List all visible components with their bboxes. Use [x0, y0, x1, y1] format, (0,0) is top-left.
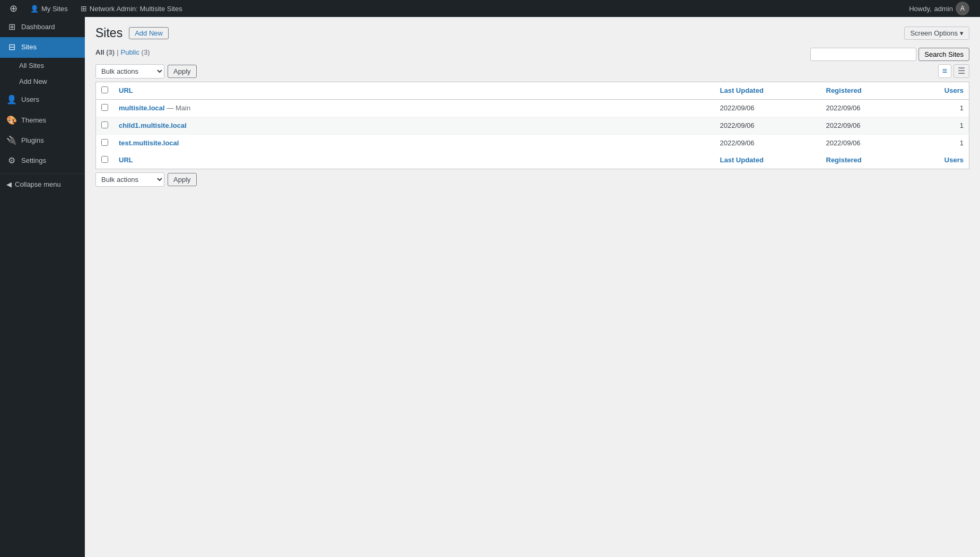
tablenav-right: ≡ ☰: [938, 64, 969, 78]
sidebar-item-dashboard[interactable]: ⊞ Dashboard: [0, 17, 85, 37]
apply-button-top[interactable]: Apply: [168, 65, 197, 78]
registered-footer-header[interactable]: Registered: [821, 152, 927, 169]
wp-logo-icon: ⊕: [10, 3, 18, 14]
row-checkbox-cell[interactable]: [96, 134, 114, 152]
last-updated-sort-link[interactable]: Last Updated: [720, 86, 764, 94]
excerpt-view-button[interactable]: ☰: [953, 64, 969, 78]
screen-options-area: Screen Options ▾: [904, 27, 969, 40]
table-footer: URL Last Updated Registered Users: [96, 152, 969, 169]
filter-all[interactable]: All (3): [95, 48, 115, 56]
avatar: A: [956, 2, 969, 15]
bulk-actions-select-bottom[interactable]: Bulk actions: [95, 172, 164, 187]
last-updated-value: 2022/09/06: [720, 104, 755, 112]
row-checkbox[interactable]: [101, 104, 108, 111]
collapse-icon: ◀: [6, 180, 12, 188]
url-column-header[interactable]: URL: [113, 82, 715, 99]
row-last-updated-cell: 2022/09/06: [715, 99, 821, 117]
filter-nav: All (3) | Public (3): [95, 48, 150, 56]
username-label: admin: [934, 5, 953, 13]
url-footer-label: URL: [119, 156, 133, 164]
sites-table: URL Last Updated Registered Users: [95, 82, 969, 169]
users-footer-header[interactable]: Users: [927, 152, 969, 169]
site-url-link[interactable]: test.multisite.local: [119, 139, 179, 147]
sidebar: ⊞ Dashboard ⊟ Sites All Sites Add New 👤 …: [0, 17, 85, 557]
select-all-footer-checkbox[interactable]: [101, 156, 108, 163]
filter-public[interactable]: Public (3): [121, 48, 150, 56]
registered-value: 2022/09/06: [826, 104, 861, 112]
registered-footer-sort-link[interactable]: Registered: [826, 156, 862, 164]
sidebar-item-settings-label: Settings: [21, 156, 46, 166]
search-input[interactable]: [810, 48, 916, 61]
wp-logo-button[interactable]: ⊕: [4, 0, 23, 17]
apply-button-bottom[interactable]: Apply: [168, 173, 197, 186]
screen-options-chevron-icon: ▾: [960, 29, 964, 37]
sidebar-item-add-new[interactable]: Add New: [0, 74, 85, 90]
row-checkbox-cell[interactable]: [96, 99, 114, 117]
excerpt-view-icon: ☰: [958, 66, 965, 75]
row-checkbox[interactable]: [101, 121, 108, 128]
bottom-tablenav: Bulk actions Apply: [95, 172, 969, 187]
row-last-updated-cell: 2022/09/06: [715, 134, 821, 152]
last-updated-value: 2022/09/06: [720, 121, 755, 129]
users-column-header[interactable]: Users: [927, 82, 969, 99]
dashboard-icon: ⊞: [6, 21, 17, 33]
filter-public-link[interactable]: Public (3): [121, 48, 150, 56]
network-admin-label: Network Admin: Multisite Sites: [90, 5, 182, 13]
sidebar-item-users-label: Users: [21, 95, 39, 105]
sidebar-item-themes-label: Themes: [21, 116, 46, 125]
sites-table-body: multisite.local — Main 2022/09/06 2022/0…: [96, 99, 969, 152]
registered-value: 2022/09/06: [826, 139, 861, 147]
site-url-link[interactable]: child1.multisite.local: [119, 121, 187, 129]
bulk-actions-select-top[interactable]: Bulk actions: [95, 64, 164, 79]
registered-sort-link[interactable]: Registered: [826, 86, 862, 94]
users-footer-label: Users: [944, 156, 964, 164]
howdy-area[interactable]: Howdy, admin A: [903, 0, 976, 17]
select-all-footer[interactable]: [96, 152, 114, 169]
row-checkbox-cell[interactable]: [96, 117, 114, 134]
registered-value: 2022/09/06: [826, 121, 861, 129]
my-sites-label: My Sites: [41, 5, 68, 13]
add-new-button[interactable]: Add New: [129, 27, 169, 39]
sidebar-item-settings[interactable]: ⚙ Settings: [0, 151, 85, 171]
page-title: Sites: [95, 25, 122, 41]
sidebar-item-sites[interactable]: ⊟ Sites: [0, 37, 85, 57]
sidebar-item-users[interactable]: 👤 Users: [0, 90, 85, 110]
sidebar-item-sites-label: Sites: [21, 42, 37, 52]
row-registered-cell: 2022/09/06: [821, 117, 927, 134]
registered-column-header[interactable]: Registered: [821, 82, 927, 99]
sidebar-item-all-sites[interactable]: All Sites: [0, 58, 85, 74]
table-header: URL Last Updated Registered Users: [96, 82, 969, 99]
select-all-header[interactable]: [96, 82, 114, 99]
row-checkbox[interactable]: [101, 139, 108, 146]
search-button[interactable]: Search Sites: [918, 48, 969, 61]
site-url-link[interactable]: multisite.local: [119, 104, 165, 112]
main-content: Sites Add New Screen Options ▾ All (3): [85, 17, 980, 557]
row-registered-cell: 2022/09/06: [821, 134, 927, 152]
url-footer-header[interactable]: URL: [113, 152, 715, 169]
sidebar-item-dashboard-label: Dashboard: [21, 22, 55, 32]
collapse-menu-button[interactable]: ◀ Collapse menu: [0, 176, 85, 193]
row-users-cell: 1: [927, 134, 969, 152]
plugins-icon: 🔌: [6, 135, 17, 146]
list-view-button[interactable]: ≡: [938, 64, 951, 78]
sidebar-item-plugins[interactable]: 🔌 Plugins: [0, 130, 85, 151]
network-admin-button[interactable]: ⊞ Network Admin: Multisite Sites: [75, 0, 188, 17]
filter-all-link[interactable]: All (3): [95, 48, 115, 56]
row-url-cell: test.multisite.local: [113, 134, 715, 152]
screen-options-button[interactable]: Screen Options ▾: [904, 27, 969, 40]
my-sites-icon: 👤: [30, 5, 39, 13]
last-updated-column-header[interactable]: Last Updated: [715, 82, 821, 99]
select-all-checkbox[interactable]: [101, 86, 108, 93]
list-view-icon: ≡: [942, 66, 947, 75]
sidebar-item-themes[interactable]: 🎨 Themes: [0, 110, 85, 130]
admin-bar: ⊕ 👤 My Sites ⊞ Network Admin: Multisite …: [0, 0, 980, 17]
last-updated-footer-header[interactable]: Last Updated: [715, 152, 821, 169]
last-updated-footer-sort-link[interactable]: Last Updated: [720, 156, 764, 164]
settings-icon: ⚙: [6, 155, 17, 167]
last-updated-value: 2022/09/06: [720, 139, 755, 147]
my-sites-button[interactable]: 👤 My Sites: [25, 0, 73, 17]
users-value: 1: [960, 139, 964, 147]
users-header-label: Users: [944, 86, 964, 94]
row-last-updated-cell: 2022/09/06: [715, 117, 821, 134]
table-row: multisite.local — Main 2022/09/06 2022/0…: [96, 99, 969, 117]
